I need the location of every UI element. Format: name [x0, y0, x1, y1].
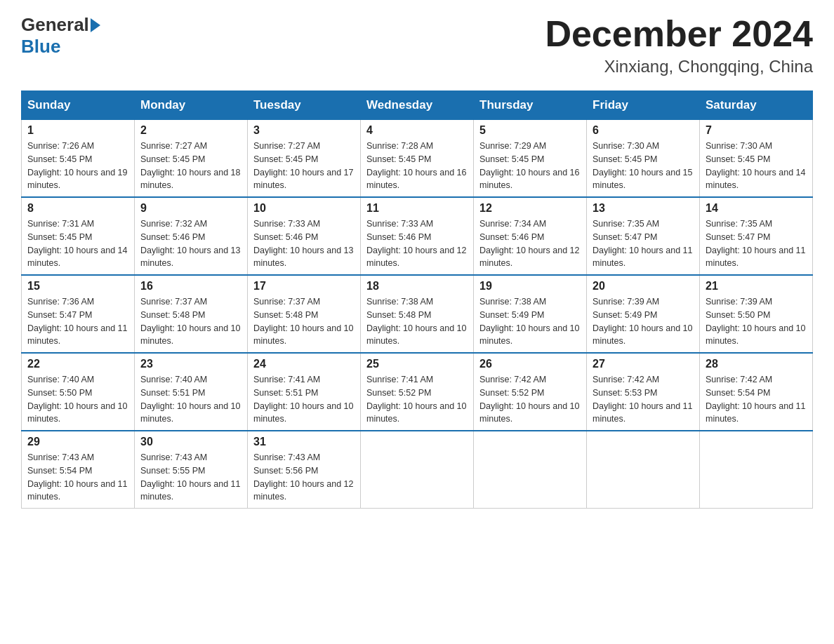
- daylight-label: Daylight: 10 hours and 10 minutes.: [593, 323, 692, 347]
- day-info: Sunrise: 7:41 AM Sunset: 5:52 PM Dayligh…: [366, 373, 468, 426]
- calendar-day-cell: 17 Sunrise: 7:37 AM Sunset: 5:48 PM Dayl…: [248, 275, 361, 353]
- day-info: Sunrise: 7:28 AM Sunset: 5:45 PM Dayligh…: [366, 140, 468, 192]
- day-info: Sunrise: 7:42 AM Sunset: 5:52 PM Dayligh…: [479, 373, 581, 426]
- day-info: Sunrise: 7:27 AM Sunset: 5:45 PM Dayligh…: [140, 140, 241, 192]
- sunset-label: Sunset: 5:55 PM: [140, 466, 205, 476]
- calendar-day-cell: 18 Sunrise: 7:38 AM Sunset: 5:48 PM Dayl…: [361, 275, 474, 353]
- sunrise-label: Sunrise: 7:39 AM: [593, 297, 659, 307]
- calendar-day-cell: [700, 431, 813, 509]
- daylight-label: Daylight: 10 hours and 10 minutes.: [253, 323, 353, 347]
- day-number: 26: [479, 358, 581, 370]
- day-info: Sunrise: 7:37 AM Sunset: 5:48 PM Dayligh…: [253, 295, 355, 348]
- sunset-label: Sunset: 5:51 PM: [140, 388, 205, 398]
- day-number: 2: [140, 124, 241, 137]
- calendar-table: SundayMondayTuesdayWednesdayThursdayFrid…: [21, 90, 813, 509]
- sunset-label: Sunset: 5:46 PM: [140, 232, 205, 242]
- sunset-label: Sunset: 5:47 PM: [706, 232, 770, 242]
- sunrise-label: Sunrise: 7:28 AM: [366, 141, 433, 151]
- daylight-label: Daylight: 10 hours and 10 minutes.: [27, 401, 127, 424]
- day-info: Sunrise: 7:42 AM Sunset: 5:53 PM Dayligh…: [593, 373, 694, 426]
- sunrise-label: Sunrise: 7:30 AM: [593, 141, 659, 151]
- day-info: Sunrise: 7:26 AM Sunset: 5:45 PM Dayligh…: [27, 140, 128, 192]
- day-number: 3: [253, 124, 355, 137]
- day-number: 14: [706, 202, 807, 215]
- daylight-label: Daylight: 10 hours and 16 minutes.: [366, 168, 466, 191]
- sunset-label: Sunset: 5:45 PM: [479, 154, 544, 164]
- day-info: Sunrise: 7:32 AM Sunset: 5:46 PM Dayligh…: [140, 217, 241, 270]
- day-number: 18: [366, 280, 468, 293]
- calendar-day-cell: 12 Sunrise: 7:34 AM Sunset: 5:46 PM Dayl…: [474, 197, 587, 275]
- daylight-label: Daylight: 10 hours and 12 minutes.: [253, 479, 353, 502]
- day-info: Sunrise: 7:38 AM Sunset: 5:48 PM Dayligh…: [366, 295, 468, 348]
- sunrise-label: Sunrise: 7:38 AM: [479, 297, 546, 307]
- daylight-label: Daylight: 10 hours and 14 minutes.: [27, 246, 127, 269]
- sunset-label: Sunset: 5:48 PM: [140, 310, 205, 320]
- calendar-header-tuesday: Tuesday: [248, 91, 361, 120]
- sunrise-label: Sunrise: 7:40 AM: [27, 375, 94, 384]
- sunset-label: Sunset: 5:53 PM: [593, 388, 657, 398]
- daylight-label: Daylight: 10 hours and 13 minutes.: [253, 246, 353, 269]
- page-header: General Blue December 2024 Xinxiang, Cho…: [21, 14, 813, 76]
- calendar-header-wednesday: Wednesday: [361, 91, 474, 120]
- calendar-day-cell: 9 Sunrise: 7:32 AM Sunset: 5:46 PM Dayli…: [135, 197, 248, 275]
- day-info: Sunrise: 7:43 AM Sunset: 5:54 PM Dayligh…: [27, 451, 128, 504]
- calendar-day-cell: 24 Sunrise: 7:41 AM Sunset: 5:51 PM Dayl…: [248, 353, 361, 431]
- day-info: Sunrise: 7:33 AM Sunset: 5:46 PM Dayligh…: [366, 217, 468, 270]
- calendar-day-cell: 22 Sunrise: 7:40 AM Sunset: 5:50 PM Dayl…: [22, 353, 135, 431]
- calendar-day-cell: 7 Sunrise: 7:30 AM Sunset: 5:45 PM Dayli…: [700, 120, 813, 198]
- sunset-label: Sunset: 5:50 PM: [706, 310, 770, 320]
- sunrise-label: Sunrise: 7:43 AM: [27, 452, 94, 462]
- calendar-day-cell: 16 Sunrise: 7:37 AM Sunset: 5:48 PM Dayl…: [135, 275, 248, 353]
- sunset-label: Sunset: 5:46 PM: [366, 232, 431, 242]
- day-number: 9: [140, 202, 241, 215]
- sunrise-label: Sunrise: 7:33 AM: [366, 219, 433, 229]
- sunset-label: Sunset: 5:52 PM: [366, 388, 431, 398]
- day-number: 5: [479, 124, 581, 137]
- title-section: December 2024 Xinxiang, Chongqing, China: [545, 14, 813, 76]
- calendar-subtitle: Xinxiang, Chongqing, China: [545, 57, 813, 76]
- sunset-label: Sunset: 5:45 PM: [706, 154, 770, 164]
- day-number: 22: [27, 358, 128, 370]
- calendar-day-cell: 25 Sunrise: 7:41 AM Sunset: 5:52 PM Dayl…: [361, 353, 474, 431]
- day-info: Sunrise: 7:36 AM Sunset: 5:47 PM Dayligh…: [27, 295, 128, 348]
- daylight-label: Daylight: 10 hours and 12 minutes.: [479, 246, 579, 269]
- sunrise-label: Sunrise: 7:26 AM: [27, 141, 94, 151]
- daylight-label: Daylight: 10 hours and 11 minutes.: [27, 479, 127, 502]
- day-number: 10: [253, 202, 355, 215]
- day-number: 25: [366, 358, 468, 370]
- day-number: 31: [253, 436, 355, 448]
- day-number: 8: [27, 202, 128, 215]
- calendar-header-saturday: Saturday: [700, 91, 813, 120]
- day-number: 20: [593, 280, 694, 293]
- sunset-label: Sunset: 5:45 PM: [27, 154, 92, 164]
- daylight-label: Daylight: 10 hours and 13 minutes.: [140, 246, 240, 269]
- sunrise-label: Sunrise: 7:35 AM: [706, 219, 772, 229]
- calendar-day-cell: 27 Sunrise: 7:42 AM Sunset: 5:53 PM Dayl…: [587, 353, 700, 431]
- calendar-day-cell: 3 Sunrise: 7:27 AM Sunset: 5:45 PM Dayli…: [248, 120, 361, 198]
- day-info: Sunrise: 7:39 AM Sunset: 5:49 PM Dayligh…: [593, 295, 694, 348]
- calendar-day-cell: [474, 431, 587, 509]
- daylight-label: Daylight: 10 hours and 11 minutes.: [140, 479, 240, 502]
- day-info: Sunrise: 7:41 AM Sunset: 5:51 PM Dayligh…: [253, 373, 355, 426]
- calendar-header-row: SundayMondayTuesdayWednesdayThursdayFrid…: [22, 91, 813, 120]
- day-number: 6: [593, 124, 694, 137]
- calendar-day-cell: [587, 431, 700, 509]
- sunrise-label: Sunrise: 7:42 AM: [706, 375, 772, 384]
- sunrise-label: Sunrise: 7:32 AM: [140, 219, 207, 229]
- daylight-label: Daylight: 10 hours and 10 minutes.: [479, 401, 579, 424]
- sunset-label: Sunset: 5:56 PM: [253, 466, 318, 476]
- sunset-label: Sunset: 5:50 PM: [27, 388, 92, 398]
- day-info: Sunrise: 7:27 AM Sunset: 5:45 PM Dayligh…: [253, 140, 355, 192]
- calendar-day-cell: 19 Sunrise: 7:38 AM Sunset: 5:49 PM Dayl…: [474, 275, 587, 353]
- sunrise-label: Sunrise: 7:27 AM: [140, 141, 207, 151]
- logo: General Blue: [21, 14, 102, 58]
- sunrise-label: Sunrise: 7:43 AM: [140, 452, 207, 462]
- sunset-label: Sunset: 5:45 PM: [366, 154, 431, 164]
- sunrise-label: Sunrise: 7:41 AM: [253, 375, 320, 384]
- sunset-label: Sunset: 5:45 PM: [593, 154, 657, 164]
- day-number: 30: [140, 436, 241, 448]
- daylight-label: Daylight: 10 hours and 10 minutes.: [366, 323, 466, 347]
- day-info: Sunrise: 7:30 AM Sunset: 5:45 PM Dayligh…: [706, 140, 807, 192]
- daylight-label: Daylight: 10 hours and 11 minutes.: [593, 246, 692, 269]
- calendar-day-cell: 4 Sunrise: 7:28 AM Sunset: 5:45 PM Dayli…: [361, 120, 474, 198]
